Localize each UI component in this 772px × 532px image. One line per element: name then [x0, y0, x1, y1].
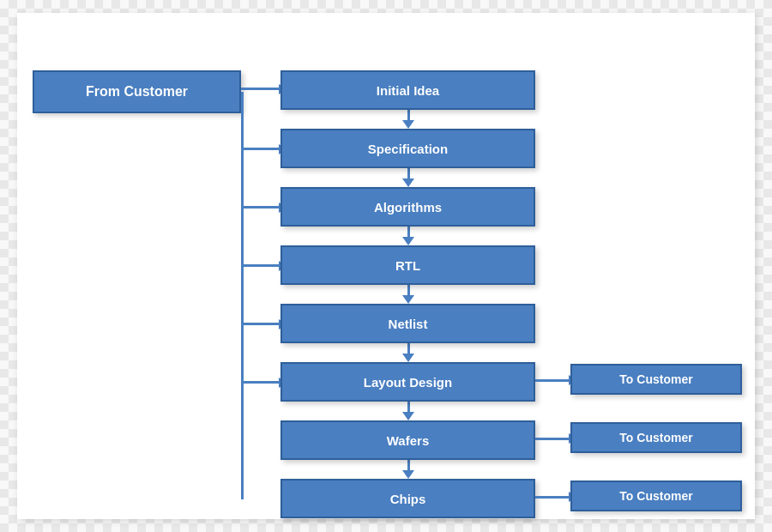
layout-design-label: Layout Design	[364, 375, 452, 390]
layout-design-box: Layout Design	[280, 362, 535, 402]
rtl-box: RTL	[280, 245, 535, 285]
arrow-to-algorithms	[241, 206, 280, 209]
to-customer-box-2: To Customer	[570, 422, 742, 453]
from-customer-box: From Customer	[33, 70, 241, 113]
initial-idea-label: Initial Idea	[377, 83, 439, 98]
netlist-label: Netlist	[389, 317, 428, 331]
diagram-container: From Customer	[17, 13, 755, 519]
arrow-down-6	[402, 402, 414, 420]
arrow-down-4	[402, 285, 414, 304]
arrow-to-specification	[241, 148, 280, 150]
from-customer-arrow	[241, 88, 280, 90]
to-customer-label-1: To Customer	[619, 372, 692, 386]
specification-box: Specification	[280, 129, 535, 168]
specification-label: Specification	[368, 142, 448, 156]
wafers-box: Wafers	[280, 420, 535, 460]
to-customer-label-3: To Customer	[619, 489, 692, 503]
algorithms-box: Algorithms	[280, 187, 535, 227]
rtl-label: RTL	[395, 258, 420, 273]
algorithms-label: Algorithms	[374, 200, 442, 215]
arrow-to-rtl	[241, 264, 280, 267]
initial-idea-box: Initial Idea	[280, 70, 535, 110]
arrow-down-3	[402, 227, 414, 245]
right-arrow-wafers	[535, 438, 570, 440]
arrow-down-1	[402, 110, 414, 129]
netlist-box: Netlist	[280, 304, 535, 343]
right-arrow-chips	[535, 496, 570, 499]
left-vertical-line	[241, 92, 244, 499]
chips-box: Chips	[280, 479, 535, 518]
to-customer-label-2: To Customer	[619, 431, 692, 444]
wafers-label: Wafers	[387, 433, 429, 448]
to-customer-box-1: To Customer	[570, 364, 742, 395]
from-customer-label: From Customer	[86, 84, 188, 100]
arrow-down-2	[402, 168, 414, 187]
arrow-to-netlist	[241, 323, 280, 325]
chips-label: Chips	[390, 492, 426, 506]
arrow-down-5	[402, 343, 414, 362]
right-arrow-layout	[535, 379, 570, 382]
arrow-to-layout	[241, 381, 280, 384]
arrow-down-7	[402, 460, 414, 479]
to-customer-box-3: To Customer	[570, 481, 742, 511]
